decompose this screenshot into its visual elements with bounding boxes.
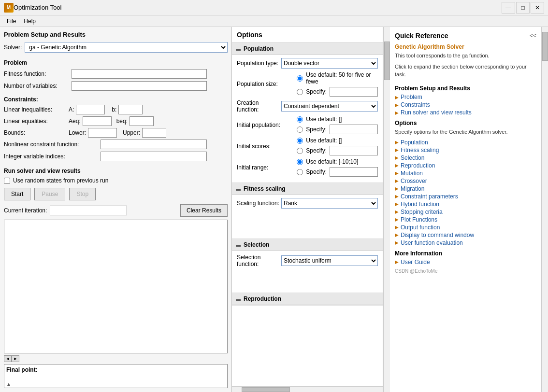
qr-link-user-fn[interactable]: ▶ User function evaluation <box>395 239 536 246</box>
qr-link-constraints[interactable]: ▶ Constraints <box>395 101 536 108</box>
scroll-right-btn[interactable]: ► <box>12 355 19 362</box>
qr-link-selection-text: Selection <box>401 154 424 161</box>
init-range-default-row: Use default: [-10;10] <box>297 158 378 165</box>
scroll-arrows: ◄ ► <box>4 355 228 362</box>
mid-h-scrollbar-thumb[interactable] <box>242 387 290 392</box>
integer-row: Integer variable indices: <box>4 152 228 161</box>
qr-arrow-run-solver: ▶ <box>395 110 399 115</box>
b-label: b: <box>112 106 116 113</box>
menu-help[interactable]: Help <box>20 17 40 26</box>
qr-link-plot-functions[interactable]: ▶ Plot Functions <box>395 216 536 223</box>
population-section-header[interactable]: ▬ Population <box>232 43 383 55</box>
minimize-button[interactable]: — <box>502 2 515 14</box>
qr-arrow-population: ▶ <box>395 140 399 145</box>
init-range-default-radio[interactable] <box>297 159 303 165</box>
reproduction-label: Reproduction <box>244 295 281 302</box>
qr-arrow-selection: ▶ <box>395 155 399 160</box>
quick-ref-collapse-button[interactable]: << <box>530 32 536 39</box>
nonlinear-label: Nonlinear constraint function: <box>4 141 101 148</box>
window-controls: — □ ✕ <box>502 2 544 14</box>
right-wrapper: Quick Reference << Genetic Algorithm Sol… <box>390 27 548 392</box>
pop-size-specify-input[interactable] <box>330 87 378 97</box>
selection-collapse-icon: ▬ <box>236 242 241 248</box>
random-states-checkbox[interactable] <box>4 178 10 184</box>
population-section-label: Population <box>244 45 274 52</box>
init-range-specify-input[interactable] <box>330 167 378 177</box>
qr-link-reproduction[interactable]: ▶ Reproduction <box>395 162 536 169</box>
qr-link-output-function[interactable]: ▶ Output function <box>395 224 536 231</box>
upper-input[interactable] <box>142 128 166 138</box>
fitness-input[interactable] <box>72 69 207 79</box>
right-scrollbar-thumb[interactable] <box>542 32 548 61</box>
integer-input[interactable] <box>101 152 207 161</box>
qr-link-run-solver[interactable]: ▶ Run solver and view results <box>395 109 536 116</box>
qr-link-hybrid-function[interactable]: ▶ Hybrid function <box>395 201 536 208</box>
fitness-scaling-spacer <box>237 211 378 236</box>
init-scores-specify-radio[interactable] <box>297 148 303 154</box>
current-iter-input[interactable] <box>50 206 127 215</box>
iteration-row: Current iteration: Clear Results <box>4 204 228 217</box>
qr-arrow-constraint-params: ▶ <box>395 194 399 199</box>
init-pop-specify-radio[interactable] <box>297 126 303 133</box>
scroll-left-btn[interactable]: ◄ <box>4 355 12 362</box>
qr-arrow-constraints: ▶ <box>395 102 399 108</box>
init-scores-specify-label: Specify: <box>306 147 327 154</box>
aeq-input[interactable] <box>83 116 112 126</box>
lower-input[interactable] <box>88 128 117 138</box>
init-pop-default-row: Use default: [] <box>297 116 378 123</box>
mid-bottom-scrollbar <box>232 386 383 392</box>
creation-fn-row: Creation function: Constraint dependent <box>237 99 378 113</box>
pop-size-label: Population size: <box>237 81 297 87</box>
pop-size-default-label: Use default: 50 for five or fewe <box>306 71 378 85</box>
scaling-fn-select[interactable]: Rank <box>281 198 378 209</box>
init-pop-default-radio[interactable] <box>297 116 303 123</box>
creation-fn-select[interactable]: Constraint dependent <box>281 101 378 112</box>
qr-link-stopping-criteria[interactable]: ▶ Stopping criteria <box>395 209 536 215</box>
start-button[interactable]: Start <box>4 188 30 200</box>
reproduction-header[interactable]: ▬ Reproduction <box>232 293 383 305</box>
qr-link-problem[interactable]: ▶ Problem <box>395 94 536 100</box>
maximize-button[interactable]: □ <box>516 2 530 14</box>
qr-link-selection[interactable]: ▶ Selection <box>395 154 536 161</box>
fitness-scaling-header[interactable]: ▬ Fitness scaling <box>232 183 383 195</box>
selection-header[interactable]: ▬ Selection <box>232 239 383 251</box>
final-point-box: Final point: ▲ <box>4 364 228 388</box>
qr-arrow-stopping-criteria: ▶ <box>395 209 399 214</box>
a-input[interactable] <box>76 105 105 114</box>
qr-link-display[interactable]: ▶ Display to command window <box>395 232 536 238</box>
pop-size-default-radio[interactable] <box>297 75 303 82</box>
qr-link-population[interactable]: ▶ Population <box>395 139 536 146</box>
qr-link-reproduction-text: Reproduction <box>401 162 435 169</box>
beq-input[interactable] <box>130 116 154 126</box>
stop-button[interactable]: Stop <box>69 188 96 200</box>
b-input[interactable] <box>118 105 143 114</box>
pop-size-specify-radio[interactable] <box>297 89 303 95</box>
init-pop-specify-input[interactable] <box>330 125 378 134</box>
nonlinear-input[interactable] <box>101 140 207 149</box>
reproduction-collapse-icon: ▬ <box>236 296 241 302</box>
pop-type-select[interactable]: Double vector <box>281 58 378 69</box>
close-button[interactable]: ✕ <box>531 2 544 14</box>
qr-link-migration[interactable]: ▶ Migration <box>395 185 536 192</box>
menu-file[interactable]: File <box>3 17 20 26</box>
init-range-specify-radio[interactable] <box>297 169 303 175</box>
mid-scrollbar-track <box>383 27 390 392</box>
pause-button[interactable]: Pause <box>34 188 65 200</box>
qr-link-constraint-params[interactable]: ▶ Constraint parameters <box>395 193 536 200</box>
qr-arrow-user-fn: ▶ <box>395 240 399 245</box>
selection-fn-select[interactable]: Stochastic uniform <box>281 255 378 266</box>
variables-input[interactable] <box>72 81 207 91</box>
qr-link-mutation[interactable]: ▶ Mutation <box>395 170 536 177</box>
final-point-arrow: ▲ <box>6 381 11 387</box>
clear-results-button[interactable]: Clear Results <box>180 204 228 217</box>
qr-options-desc: Specify options for the Genetic Algorith… <box>395 128 536 136</box>
init-pop-radio-group: Use default: [] Specify: <box>297 116 378 134</box>
solver-select[interactable]: ga - Genetic Algorithm <box>25 42 228 53</box>
qr-link-user-guide[interactable]: ▶ User Guide <box>395 259 536 266</box>
mid-scrollbar-thumb[interactable] <box>384 42 390 80</box>
init-scores-default-radio[interactable] <box>297 138 303 144</box>
pop-size-default-row: Use default: 50 for five or fewe <box>297 71 378 85</box>
qr-link-crossover[interactable]: ▶ Crossover <box>395 178 536 184</box>
init-scores-specify-input[interactable] <box>330 146 378 155</box>
qr-link-fitness-scaling[interactable]: ▶ Fitness scaling <box>395 147 536 154</box>
